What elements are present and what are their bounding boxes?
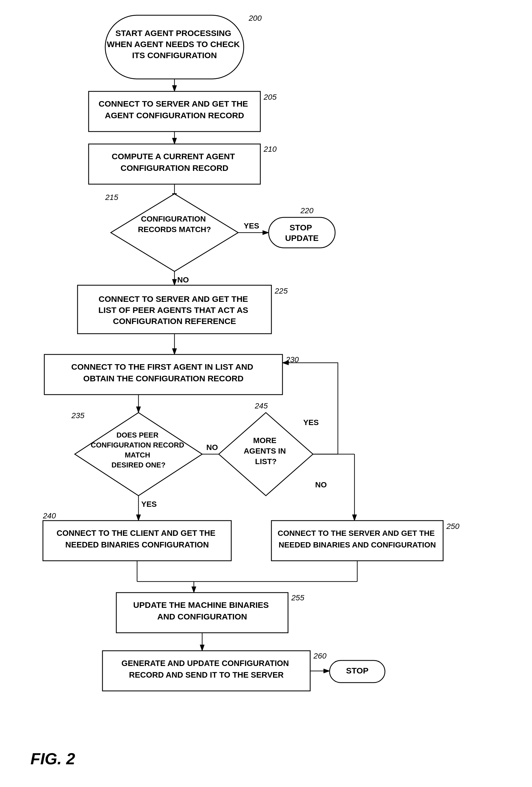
- svg-text:205: 205: [263, 93, 277, 101]
- diagram-container: START AGENT PROCESSING WHEN AGENT NEEDS …: [0, 0, 532, 787]
- svg-text:255: 255: [291, 593, 304, 602]
- svg-text:210: 210: [263, 145, 277, 153]
- svg-rect-18: [269, 217, 335, 248]
- svg-text:YES: YES: [244, 221, 259, 230]
- svg-text:200: 200: [249, 14, 262, 22]
- svg-text:YES: YES: [141, 500, 157, 508]
- svg-text:CONNECT TO SERVER AND GET THE
: CONNECT TO SERVER AND GET THE LIST OF PE…: [98, 294, 250, 326]
- svg-text:225: 225: [274, 286, 288, 295]
- flowchart-svg: START AGENT PROCESSING WHEN AGENT NEEDS …: [0, 0, 532, 787]
- svg-text:NO: NO: [177, 276, 189, 284]
- svg-text:215: 215: [105, 193, 118, 201]
- svg-text:260: 260: [313, 652, 326, 660]
- svg-text:240: 240: [43, 511, 56, 520]
- svg-text:245: 245: [255, 402, 268, 410]
- svg-text:220: 220: [300, 206, 314, 215]
- svg-text:235: 235: [71, 411, 84, 420]
- svg-text:250: 250: [446, 522, 460, 531]
- svg-text:FIG. 2: FIG. 2: [30, 750, 75, 768]
- svg-text:YES: YES: [303, 418, 319, 427]
- svg-text:NO: NO: [206, 443, 218, 452]
- svg-text:STOP: STOP: [346, 666, 368, 675]
- svg-text:NO: NO: [315, 481, 327, 489]
